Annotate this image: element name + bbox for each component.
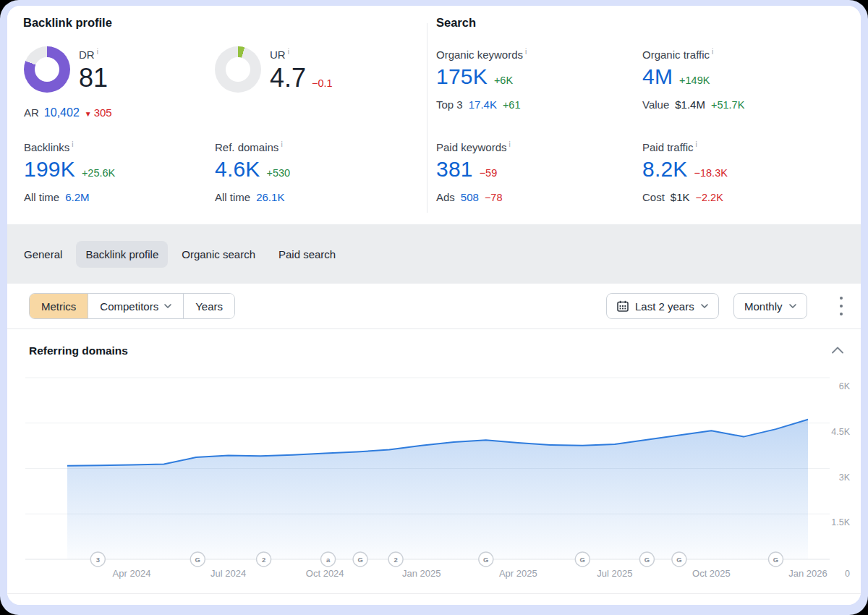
organic-keywords-metric: Organic keywordsi 175K +6K Top 3 17.4K +… <box>436 48 527 111</box>
x-axis-label: Oct 2024 <box>306 568 344 579</box>
chart-toolbar: Metrics Competitors Years Last 2 years M… <box>7 284 861 329</box>
top3-delta: +61 <box>503 99 521 111</box>
app-card: Backlink profile DRi 81 AR 10,402 ▼ 305 … <box>7 6 861 605</box>
organic-traffic-metric: Organic traffici 4M +149K Value $1.4M +5… <box>642 48 744 111</box>
down-triangle-icon: ▼ <box>85 110 92 118</box>
svg-text:2: 2 <box>262 556 265 564</box>
axis-marker[interactable]: 2 <box>388 552 403 567</box>
axis-marker[interactable]: G <box>639 552 654 567</box>
alltime-value[interactable]: 6.2M <box>65 191 89 203</box>
x-axis-label: Apr 2025 <box>499 568 537 579</box>
tab-strip: General Backlink profile Organic search … <box>7 224 861 284</box>
axis-marker[interactable]: G <box>672 552 686 567</box>
ref-domains-label: Ref. domainsi <box>215 140 290 153</box>
top3-label: Top 3 <box>436 98 463 111</box>
backlink-profile-title: Backlink profile <box>23 16 112 30</box>
alltime-value[interactable]: 26.1K <box>256 191 284 203</box>
chevron-down-icon <box>701 304 708 308</box>
ar-value[interactable]: 10,402 <box>44 106 80 119</box>
axis-marker[interactable]: G <box>353 552 367 567</box>
metrics-button[interactable]: Metrics <box>30 294 88 318</box>
search-title: Search <box>436 16 476 30</box>
axis-marker[interactable]: 3 <box>90 552 105 567</box>
info-icon[interactable]: i <box>281 140 282 148</box>
y-axis-label: 1.5K <box>831 517 850 527</box>
chevron-down-icon <box>789 304 796 308</box>
info-icon[interactable]: i <box>72 140 73 148</box>
svg-text:3: 3 <box>96 556 100 564</box>
alltime-label: All time <box>215 191 250 203</box>
paid-traffic-metric: Paid traffici 8.2K −18.3K Cost $1K −2.2K <box>642 140 728 203</box>
cost-value: $1K <box>671 191 690 203</box>
x-axis-label: Apr 2024 <box>113 568 151 579</box>
info-icon[interactable]: i <box>525 48 527 56</box>
section-divider <box>7 593 861 594</box>
tab-backlink-profile[interactable]: Backlink profile <box>76 241 168 268</box>
url-rating-widget: URi 4.7 −0.1 <box>215 46 333 93</box>
svg-text:G: G <box>773 556 778 564</box>
y-axis-label: 6K <box>839 381 851 391</box>
value-label: Value <box>642 98 669 111</box>
x-axis-label: Jul 2025 <box>597 568 632 579</box>
chevron-up-icon[interactable] <box>832 347 843 354</box>
cost-label: Cost <box>642 191 665 203</box>
svg-text:G: G <box>357 556 362 564</box>
granularity-button[interactable]: Monthly <box>733 293 807 319</box>
axis-marker[interactable]: G <box>479 552 493 567</box>
paid-traffic-delta: −18.3K <box>694 167 728 179</box>
ur-value: 4.7 −0.1 <box>270 63 333 93</box>
years-button[interactable]: Years <box>183 294 234 318</box>
ahrefs-rank-row: AR 10,402 ▼ 305 <box>24 106 112 119</box>
tab-organic-search[interactable]: Organic search <box>172 241 265 268</box>
chevron-down-icon <box>164 304 171 308</box>
y-axis-label: 4.5K <box>831 427 850 437</box>
svg-text:G: G <box>483 556 488 564</box>
vertical-divider <box>427 23 427 213</box>
organic-traffic-value[interactable]: 4M <box>642 64 673 89</box>
view-mode-segmented-control: Metrics Competitors Years <box>29 293 235 319</box>
info-icon[interactable]: i <box>696 140 697 148</box>
paid-keywords-label: Paid keywordsi <box>436 140 511 153</box>
referring-domains-chart[interactable]: 6K4.5K3K1.5K0Apr 2024Jul 2024Oct 2024Jan… <box>25 365 857 582</box>
tab-paid-search[interactable]: Paid search <box>269 241 345 268</box>
cost-delta: −2.2K <box>696 192 723 203</box>
overview-section: Backlink profile DRi 81 AR 10,402 ▼ 305 … <box>7 6 861 224</box>
axis-marker[interactable]: G <box>769 552 783 567</box>
ref-domains-value[interactable]: 4.6K <box>215 157 260 182</box>
svg-text:G: G <box>195 556 200 564</box>
info-icon[interactable]: i <box>509 140 511 148</box>
svg-text:G: G <box>644 556 650 564</box>
ur-label: URi <box>270 48 333 61</box>
referring-domains-section: Referring domains 6K4.5K3K1.5K0Apr 2024J… <box>7 329 861 605</box>
traffic-value-amount: $1.4M <box>675 98 705 111</box>
svg-text:G: G <box>580 556 585 564</box>
x-axis-label: Oct 2025 <box>692 568 731 579</box>
paid-traffic-value[interactable]: 8.2K <box>642 157 688 182</box>
ref-domains-metric: Ref. domainsi 4.6K +530 All time 26.1K <box>215 140 290 203</box>
backlinks-metric: Backlinksi 199K +25.6K All time 6.2M <box>24 140 115 203</box>
svg-text:G: G <box>676 556 681 564</box>
info-icon[interactable]: i <box>97 48 98 56</box>
info-icon[interactable]: i <box>712 48 713 56</box>
ar-delta: 305 <box>94 106 112 119</box>
date-range-button[interactable]: Last 2 years <box>606 293 719 319</box>
backlinks-value[interactable]: 199K <box>24 157 75 182</box>
organic-keywords-value[interactable]: 175K <box>436 64 488 89</box>
backlinks-delta: +25.6K <box>82 167 115 179</box>
kebab-menu-icon[interactable] <box>836 297 846 315</box>
competitors-button[interactable]: Competitors <box>88 294 183 318</box>
ads-label: Ads <box>436 191 455 203</box>
info-icon[interactable]: i <box>288 48 289 56</box>
tab-general[interactable]: General <box>14 241 72 268</box>
paid-keywords-delta: −59 <box>480 167 498 179</box>
page-background: Backlink profile DRi 81 AR 10,402 ▼ 305 … <box>0 0 868 615</box>
axis-marker[interactable]: G <box>190 552 205 567</box>
paid-keywords-value[interactable]: 381 <box>436 157 473 182</box>
axis-marker[interactable]: a <box>321 552 336 567</box>
top3-value[interactable]: 17.4K <box>469 98 497 111</box>
axis-marker[interactable]: G <box>575 552 590 567</box>
axis-marker[interactable]: 2 <box>257 552 271 567</box>
organic-traffic-delta: +149K <box>679 75 710 86</box>
svg-text:a: a <box>326 556 331 564</box>
ads-value[interactable]: 508 <box>461 191 479 203</box>
